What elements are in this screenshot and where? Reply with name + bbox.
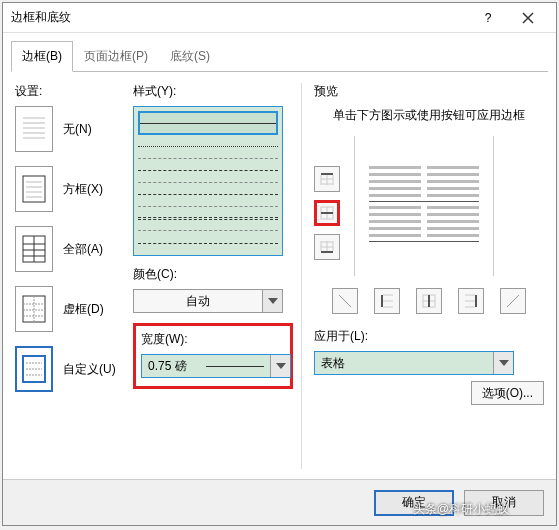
- grid-icon: [15, 286, 53, 332]
- borders-shading-dialog: 边框和底纹 ? 边框(B) 页面边框(P) 底纹(S) 设置: 无(N): [2, 2, 557, 526]
- apply-value: 表格: [315, 355, 493, 372]
- border-bottom-button[interactable]: [314, 234, 340, 260]
- border-inside-v-button[interactable]: [416, 288, 442, 314]
- setting-custom[interactable]: 自定义(U): [15, 346, 125, 392]
- chevron-down-icon: [493, 352, 513, 374]
- preview-label: 预览: [314, 83, 544, 100]
- tab-page-border[interactable]: 页面边框(P): [73, 41, 159, 72]
- border-left-button[interactable]: [374, 288, 400, 314]
- tab-shading[interactable]: 底纹(S): [159, 41, 221, 72]
- setting-custom-label: 自定义(U): [63, 361, 116, 378]
- svg-rect-44: [381, 295, 383, 307]
- svg-marker-27: [276, 363, 286, 369]
- setting-none[interactable]: 无(N): [15, 106, 125, 152]
- width-value: 0.75 磅: [142, 358, 206, 375]
- style-listbox[interactable]: [133, 106, 283, 256]
- color-label: 颜色(C):: [133, 266, 293, 283]
- preview-hint: 单击下方图示或使用按钮可应用边框: [314, 106, 544, 124]
- tab-strip: 边框(B) 页面边框(P) 底纹(S): [3, 33, 556, 72]
- settings-label: 设置:: [15, 83, 125, 100]
- color-combo[interactable]: 自动: [133, 289, 283, 313]
- titlebar: 边框和底纹 ?: [3, 3, 556, 33]
- all-icon: [15, 226, 53, 272]
- box-icon: [15, 166, 53, 212]
- watermark: 头条@科研小蚂蚁: [413, 501, 509, 518]
- svg-rect-28: [321, 173, 333, 175]
- help-button[interactable]: ?: [468, 4, 508, 32]
- border-right-button[interactable]: [458, 288, 484, 314]
- none-icon: [15, 106, 53, 152]
- border-diag-up-button[interactable]: [500, 288, 526, 314]
- content-area: 设置: 无(N) 方框(X): [3, 73, 556, 479]
- width-group-highlight: 宽度(W): 0.75 磅: [133, 323, 293, 389]
- width-combo[interactable]: 0.75 磅: [141, 354, 291, 378]
- border-top-button[interactable]: [314, 166, 340, 192]
- svg-rect-37: [321, 251, 333, 253]
- border-diag-down-button[interactable]: [332, 288, 358, 314]
- setting-all[interactable]: 全部(A): [15, 226, 125, 272]
- border-inside-h-button[interactable]: [314, 200, 340, 226]
- dialog-title: 边框和底纹: [11, 9, 468, 26]
- color-value: 自动: [134, 293, 262, 310]
- close-icon: [522, 12, 534, 24]
- setting-all-label: 全部(A): [63, 241, 103, 258]
- chevron-down-icon: [270, 355, 290, 377]
- svg-rect-7: [23, 176, 45, 202]
- apply-to-combo[interactable]: 表格: [314, 351, 514, 375]
- chevron-down-icon: [262, 290, 282, 312]
- setting-grid-label: 虚框(D): [63, 301, 104, 318]
- svg-line-55: [507, 295, 519, 307]
- width-label: 宽度(W):: [141, 331, 285, 348]
- svg-line-43: [339, 295, 351, 307]
- tab-border[interactable]: 边框(B): [11, 41, 73, 72]
- style-label: 样式(Y):: [133, 83, 293, 100]
- apply-label: 应用于(L):: [314, 328, 544, 345]
- options-button[interactable]: 选项(O)...: [471, 381, 544, 405]
- custom-icon: [15, 346, 53, 392]
- setting-none-label: 无(N): [63, 121, 92, 138]
- svg-marker-26: [268, 298, 278, 304]
- close-button[interactable]: [508, 4, 548, 32]
- setting-box[interactable]: 方框(X): [15, 166, 125, 212]
- setting-box-label: 方框(X): [63, 181, 103, 198]
- svg-rect-51: [475, 295, 477, 307]
- preview-canvas[interactable]: [354, 136, 494, 276]
- setting-grid[interactable]: 虚框(D): [15, 286, 125, 332]
- svg-marker-56: [499, 360, 509, 366]
